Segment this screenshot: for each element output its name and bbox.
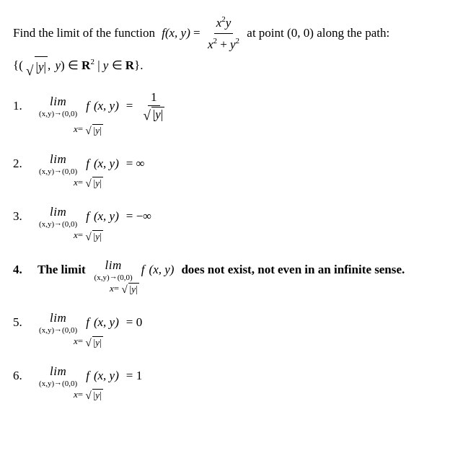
option-6-path: x= √|y| — [74, 389, 463, 402]
option-1-row: 1. lim (x,y)→(0,0) f(x, y) = 1 √|y| — [13, 90, 463, 123]
option-5-number: 5. — [13, 315, 33, 330]
option-5-result: = 0 — [126, 315, 142, 330]
path-set: {( √|y| , y) ∈ R2 | y ∈ R}. — [13, 56, 463, 76]
option-2-path: x= √|y| — [74, 177, 463, 190]
option-5-fx: f — [86, 315, 89, 330]
option-3-row: 3. lim (x,y)→(0,0) f(x, y) = −∞ — [13, 205, 463, 228]
problem-intro: Find the limit of the function — [13, 26, 155, 40]
option-1-fx: f — [86, 99, 89, 113]
option-4-lim: lim (x,y)→(0,0) — [94, 258, 133, 281]
option-5-row: 5. lim (x,y)→(0,0) f(x, y) = 0 — [13, 311, 463, 334]
option-2-lim: lim (x,y)→(0,0) — [39, 152, 77, 175]
option-2-number: 2. — [13, 157, 33, 171]
option-5-path: x= √|y| — [74, 335, 463, 348]
option-3-lim: lim (x,y)→(0,0) — [39, 205, 77, 228]
option-3-path: x= √|y| — [74, 229, 463, 242]
option-3: 3. lim (x,y)→(0,0) f(x, y) = −∞ x= √|y| — [13, 205, 463, 242]
option-4-path: x= √|y| — [110, 283, 463, 296]
option-3-fx: f — [86, 209, 89, 224]
option-4-number: 4. — [13, 263, 33, 277]
option-2-fx: f — [86, 157, 89, 171]
option-1: 1. lim (x,y)→(0,0) f(x, y) = 1 √|y| x= √… — [13, 90, 463, 136]
option-6-row: 6. lim (x,y)→(0,0) f(x, y) = 1 — [13, 364, 463, 387]
option-6-lim: lim (x,y)→(0,0) — [39, 364, 77, 387]
options-list: 1. lim (x,y)→(0,0) f(x, y) = 1 √|y| x= √… — [13, 90, 463, 402]
option-5: 5. lim (x,y)→(0,0) f(x, y) = 0 x= √|y| — [13, 311, 463, 348]
option-4-prefix: The limit — [38, 263, 86, 277]
option-4-result: does not exist, not even in an infinite … — [181, 263, 405, 277]
fraction-denominator: x2 + y2 — [206, 34, 242, 54]
option-1-number: 1. — [13, 99, 33, 113]
option-4-row: 4. The limit lim (x,y)→(0,0) f(x, y) doe… — [13, 258, 463, 281]
fraction-numerator: x2y — [214, 13, 234, 34]
option-5-lim: lim (x,y)→(0,0) — [39, 311, 77, 334]
option-6: 6. lim (x,y)→(0,0) f(x, y) = 1 x= √|y| — [13, 364, 463, 402]
option-6-result: = 1 — [126, 369, 142, 383]
option-4-fx: f — [141, 263, 145, 277]
option-4: 4. The limit lim (x,y)→(0,0) f(x, y) doe… — [13, 258, 463, 296]
option-6-number: 6. — [13, 369, 33, 383]
option-1-lim: lim (x,y)→(0,0) — [39, 95, 77, 118]
problem-statement: Find the limit of the function f(x, y) =… — [13, 13, 463, 77]
option-1-result: 1 √|y| — [140, 90, 167, 123]
option-2-row: 2. lim (x,y)→(0,0) f(x, y) = ∞ — [13, 152, 463, 175]
at-point: at point (0, 0) along the path: — [247, 26, 389, 40]
option-2: 2. lim (x,y)→(0,0) f(x, y) = ∞ x= √|y| — [13, 152, 463, 190]
option-3-number: 3. — [13, 209, 33, 224]
option-6-fx: f — [86, 369, 89, 383]
option-1-path: x= √|y| — [74, 123, 463, 136]
option-2-result: = ∞ — [126, 157, 145, 171]
main-fraction: x2y x2 + y2 — [206, 13, 242, 54]
option-3-result: = −∞ — [126, 209, 152, 224]
